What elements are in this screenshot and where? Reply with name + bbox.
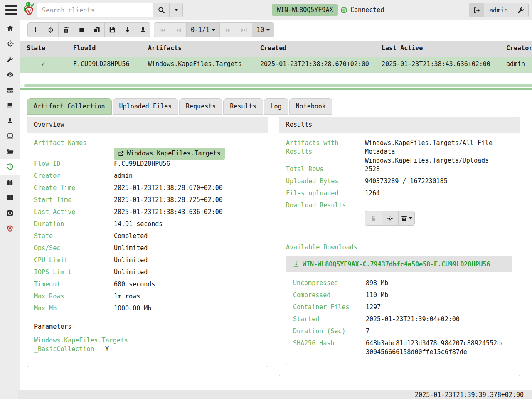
- last-page-button[interactable]: [236, 22, 252, 37]
- first-page-button[interactable]: [154, 22, 170, 37]
- parameters-heading: Parameters: [34, 323, 261, 330]
- download-fields: Uncompressed 898 Mb Compressed 110 Mb Co…: [286, 272, 512, 365]
- skip-last-icon: [241, 27, 247, 33]
- new-collection-button[interactable]: [27, 22, 43, 37]
- sidebar-item-host-info[interactable]: [0, 128, 20, 144]
- copy-collection-button[interactable]: [89, 22, 104, 37]
- sidebar-item-artifacts[interactable]: [0, 52, 20, 67]
- overview-panel: Overview Artifact Names Windows.KapeFile…: [27, 117, 268, 367]
- scroll-left-arrow-icon[interactable]: ◂: [20, 84, 22, 87]
- sidebar-item-home[interactable]: [0, 21, 20, 36]
- cancel-flow-button[interactable]: [74, 22, 89, 37]
- sidebar-item-docs[interactable]: [0, 190, 20, 205]
- overview-field-row: Duration 14.91 seconds: [34, 220, 261, 232]
- hamburger-menu-button[interactable]: [4, 5, 19, 15]
- unlock-download-button[interactable]: [365, 211, 382, 226]
- binoculars-icon: [7, 179, 13, 186]
- user-icon: [140, 27, 146, 33]
- collapse-download-button[interactable]: [382, 211, 398, 226]
- sidebar-item-server-events[interactable]: [0, 82, 20, 98]
- reassign-flow-button[interactable]: [135, 22, 150, 37]
- sidebar-item-server-artifacts[interactable]: [0, 98, 20, 113]
- flow-id-cell: F.CU99LD28HPU56: [66, 57, 141, 73]
- col-creator: Creator: [506, 41, 532, 57]
- split-pane-divider[interactable]: [20, 88, 532, 90]
- tab-results[interactable]: Results: [223, 98, 263, 115]
- sidebar-item-github[interactable]: [0, 205, 20, 221]
- user-button[interactable]: admin: [484, 3, 513, 17]
- col-state: State: [20, 41, 66, 57]
- results-panel: Results Artifacts with Results Windows.K…: [279, 117, 520, 376]
- wrench-icon: [7, 56, 13, 63]
- crosshair-icon: [47, 27, 54, 33]
- flow-artifacts-cell: Windows.KapeFiles.Targets: [141, 57, 254, 73]
- connection-status: Connected: [341, 4, 384, 16]
- overview-field-row: Timeout 600 seconds: [34, 280, 261, 292]
- sidebar-item-vfs[interactable]: [0, 144, 20, 159]
- horizontal-scrollbar: ◂: [20, 84, 532, 87]
- parameter-row: _BasicCollection Y: [34, 345, 261, 354]
- tab-log[interactable]: Log: [264, 98, 288, 115]
- add-to-hunt-button[interactable]: [43, 22, 58, 37]
- overview-panel-title: Overview: [27, 117, 268, 133]
- col-created: Created: [254, 41, 375, 57]
- overview-field-row: Last Active 2025-01-23T21:38:43.636+02:0…: [34, 208, 261, 220]
- history-icon: [7, 163, 14, 170]
- tab-artifact-collection[interactable]: Artifact Collection: [27, 98, 112, 115]
- user-menu-group: admin: [469, 3, 529, 17]
- folder-open-icon: [7, 148, 14, 155]
- settings-button[interactable]: [513, 3, 528, 17]
- search-input[interactable]: [37, 3, 153, 17]
- crosshair-icon: [7, 40, 14, 47]
- collapse-icon: [387, 215, 393, 222]
- logout-button[interactable]: [469, 3, 484, 17]
- skip-first-icon: [159, 27, 165, 33]
- prepare-download-button[interactable]: [398, 211, 415, 226]
- logout-icon: [473, 7, 480, 14]
- download-field-row: Compressed 110 Mb: [293, 291, 505, 303]
- copy-icon: [94, 27, 100, 33]
- previous-icon: [175, 27, 182, 33]
- next-page-button[interactable]: [219, 22, 236, 37]
- velociraptor-logo: [22, 2, 37, 18]
- scrollbar-thumb[interactable]: [24, 84, 532, 87]
- flow-detail-tabs: Artifact Collection Uploaded Files Reque…: [27, 98, 332, 115]
- sidebar-item-notebooks[interactable]: [0, 67, 20, 82]
- overview-field-row: Start Time 2025-01-23T21:38:28.725+02:00: [34, 196, 261, 208]
- home-icon: [7, 25, 14, 32]
- flows-table-header: State FlowId Artifacts Created Last Acti…: [20, 41, 532, 57]
- page-range-button[interactable]: 0-1/1: [186, 22, 219, 37]
- sidebar-item-hunts[interactable]: [0, 36, 20, 52]
- tab-uploaded-files[interactable]: Uploaded Files: [113, 98, 178, 115]
- artifact-link-button[interactable]: Windows.KapeFiles.Targets: [114, 148, 225, 160]
- page-size-button[interactable]: 10: [252, 22, 274, 37]
- results-panel-title: Results: [279, 117, 520, 133]
- overview-field-row: IOPS Limit Unlimited: [34, 268, 261, 280]
- tab-requests[interactable]: Requests: [179, 98, 222, 115]
- sidebar-item-search[interactable]: [0, 175, 20, 190]
- connected-dot-icon: [341, 7, 347, 13]
- flow-row-selected[interactable]: ✓ F.CU99LD28HPU56 Windows.KapeFiles.Targ…: [20, 57, 532, 73]
- tab-notebook[interactable]: Notebook: [289, 98, 332, 115]
- delete-flow-button[interactable]: [58, 22, 74, 37]
- unlock-icon: [370, 215, 377, 222]
- download-file-link[interactable]: WIN-WL8OQ5YF9AX-C.79437dbfc4a50e58-F.CU9…: [293, 261, 490, 268]
- stop-icon: [79, 27, 85, 33]
- sidebar-item-velociraptor[interactable]: [0, 221, 20, 236]
- sidebar-item-collected-flows[interactable]: [0, 159, 20, 175]
- results-field-row: Artifacts with Results Windows.KapeFiles…: [286, 139, 513, 165]
- download-field-row: Duration (Sec) 7: [293, 327, 505, 339]
- caret-down-icon: [212, 29, 215, 31]
- flow-last-active-cell: 2025-01-23T21:38:43.636+02:00: [375, 57, 506, 73]
- flow-state-check: ✓: [20, 57, 66, 73]
- export-flow-button[interactable]: [120, 22, 135, 37]
- search-button[interactable]: [153, 3, 170, 17]
- search-options-button[interactable]: [169, 3, 183, 17]
- save-collection-button[interactable]: [104, 22, 120, 37]
- available-downloads-heading: Available Downloads: [286, 244, 513, 251]
- previous-page-button[interactable]: [170, 22, 186, 37]
- download-results-buttons: [365, 211, 513, 226]
- next-icon: [225, 27, 231, 33]
- sidebar-item-users[interactable]: [0, 113, 20, 128]
- save-icon: [109, 27, 116, 33]
